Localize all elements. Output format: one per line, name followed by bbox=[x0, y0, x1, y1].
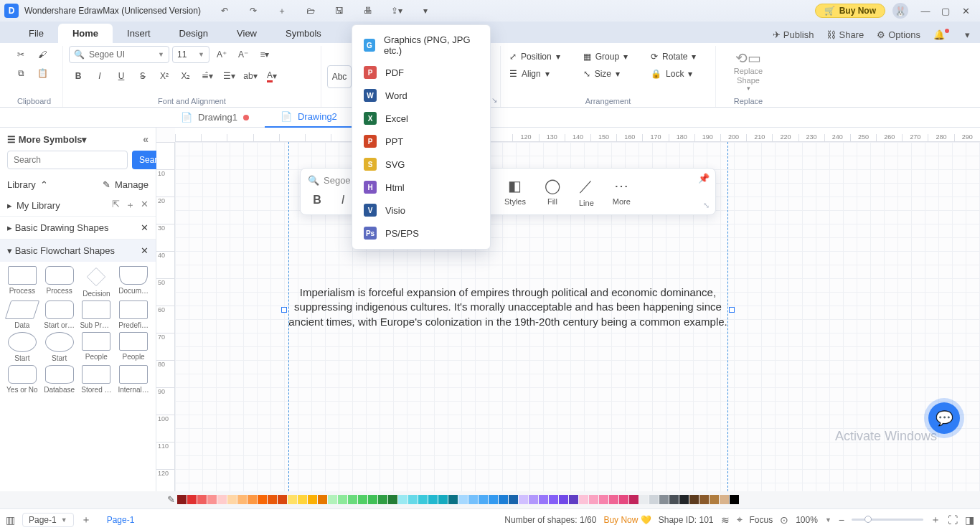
window-maximize[interactable]: ▢ bbox=[936, 6, 956, 16]
color-swatch[interactable] bbox=[569, 495, 578, 504]
color-swatch[interactable] bbox=[358, 495, 367, 504]
font-family-select[interactable]: 🔍 Segoe UI▼ bbox=[69, 46, 169, 63]
export-item-html[interactable]: HHtml bbox=[352, 176, 490, 199]
shape-start[interactable]: Start bbox=[4, 332, 40, 362]
color-swatch[interactable] bbox=[258, 495, 267, 504]
lock-button[interactable]: 🔒 Lock▾ bbox=[648, 66, 699, 82]
ctx-more[interactable]: ⋯More bbox=[608, 177, 635, 206]
chat-fab[interactable]: 💬 bbox=[928, 402, 960, 434]
color-swatch[interactable] bbox=[479, 495, 488, 504]
library-toggle[interactable]: Library ⌃ bbox=[7, 179, 48, 190]
shape-internal-[interactable]: Internal… bbox=[116, 365, 151, 394]
shape-people[interactable]: People bbox=[79, 332, 115, 362]
export-icon[interactable]: ⇪▾ bbox=[387, 2, 406, 19]
replace-shape-button[interactable]: ⟲▭ Replace Shape ▾ bbox=[723, 49, 773, 91]
notifications-button[interactable]: 🔔 bbox=[929, 27, 956, 43]
color-swatch[interactable] bbox=[659, 495, 669, 504]
zoom-fit-icon[interactable]: ⊙ bbox=[780, 514, 788, 526]
handle-right[interactable] bbox=[729, 307, 735, 313]
tab-design[interactable]: Design bbox=[165, 24, 222, 43]
font-size-select[interactable]: 11▼ bbox=[172, 46, 209, 63]
buy-now-button[interactable]: 🛒 Buy Now bbox=[815, 4, 885, 18]
canvas[interactable]: 1201301401501601701801902002102202302402… bbox=[156, 128, 980, 491]
print-icon[interactable]: 🖶 bbox=[359, 2, 377, 19]
shape-decision[interactable]: Decision bbox=[79, 266, 115, 298]
superscript-icon[interactable]: X² bbox=[155, 67, 174, 85]
focus-label[interactable]: Focus bbox=[750, 515, 773, 525]
highlight-icon[interactable]: ab▾ bbox=[241, 67, 260, 85]
cat-1-close-icon[interactable]: ✕ bbox=[141, 245, 149, 256]
italic-icon[interactable]: I bbox=[90, 67, 109, 85]
shape-process[interactable]: Process bbox=[4, 266, 40, 298]
align-menu-icon[interactable]: ≡▾ bbox=[255, 46, 274, 63]
position-button[interactable]: ⤢ Position▾ bbox=[507, 49, 563, 65]
group-button[interactable]: ▦ Group▾ bbox=[580, 49, 631, 65]
styles-launcher-icon[interactable]: ↘ bbox=[491, 96, 497, 104]
color-swatch[interactable] bbox=[509, 495, 518, 504]
fullscreen-icon[interactable]: ⛶ bbox=[948, 514, 958, 526]
color-swatch[interactable] bbox=[318, 495, 327, 504]
bold-icon[interactable]: B bbox=[69, 67, 88, 85]
avatar[interactable]: 🐰 bbox=[892, 3, 908, 19]
shape-yes-or-no[interactable]: Yes or No bbox=[4, 365, 40, 394]
color-swatch[interactable] bbox=[679, 495, 689, 504]
color-swatch[interactable] bbox=[730, 495, 739, 504]
color-swatch[interactable] bbox=[388, 495, 397, 504]
zoom-value[interactable]: 100% bbox=[796, 515, 818, 525]
color-swatch[interactable] bbox=[649, 495, 659, 504]
zoom-knob[interactable] bbox=[864, 516, 872, 523]
rotate-button[interactable]: ⟳ Rotate▾ bbox=[648, 49, 699, 65]
color-swatch[interactable] bbox=[669, 495, 679, 504]
color-swatch[interactable] bbox=[720, 495, 729, 504]
bullets-icon[interactable]: ☰▾ bbox=[220, 67, 238, 85]
mylib-add-icon[interactable]: ＋ bbox=[126, 199, 135, 212]
ctx-resize-icon[interactable]: ⤡ bbox=[703, 201, 710, 210]
ctx-line[interactable]: ／Line bbox=[575, 176, 598, 207]
color-swatch[interactable] bbox=[629, 495, 639, 504]
color-swatch[interactable] bbox=[348, 495, 357, 504]
color-swatch[interactable] bbox=[378, 495, 387, 504]
color-swatch[interactable] bbox=[328, 495, 337, 504]
status-buy-now[interactable]: Buy Now 💛 bbox=[603, 515, 651, 525]
add-page-icon[interactable]: ＋ bbox=[81, 514, 91, 526]
color-swatch[interactable] bbox=[398, 495, 407, 504]
align-button[interactable]: ☰ Align▾ bbox=[507, 66, 563, 82]
grow-font-icon[interactable]: A⁺ bbox=[212, 46, 231, 63]
eyedropper-icon[interactable]: ✎ bbox=[165, 494, 176, 505]
window-minimize[interactable]: — bbox=[915, 6, 936, 16]
color-swatch[interactable] bbox=[539, 495, 548, 504]
color-swatch[interactable] bbox=[207, 495, 217, 504]
page-selector[interactable]: Page-1 ▼ bbox=[22, 513, 74, 527]
export-item-svg[interactable]: SSVG bbox=[352, 153, 490, 176]
selected-text-shape[interactable]: Imperialism is forceful expansion of emp… bbox=[286, 285, 730, 329]
color-swatch[interactable] bbox=[619, 495, 628, 504]
color-swatch[interactable] bbox=[248, 495, 257, 504]
color-swatch[interactable] bbox=[187, 495, 197, 504]
export-item-excel[interactable]: XExcel bbox=[352, 107, 490, 130]
export-item-ps-eps[interactable]: PsPS/EPS bbox=[352, 222, 490, 245]
color-swatch[interactable] bbox=[710, 495, 719, 504]
shape-data[interactable]: Data bbox=[4, 301, 40, 329]
zoom-slider[interactable] bbox=[852, 519, 923, 521]
font-color-icon[interactable]: A▾ bbox=[263, 67, 281, 85]
color-swatch[interactable] bbox=[428, 495, 438, 504]
color-swatch[interactable] bbox=[489, 495, 498, 504]
color-swatch[interactable] bbox=[288, 495, 297, 504]
color-swatch[interactable] bbox=[237, 495, 247, 504]
tab-symbols[interactable]: Symbols bbox=[271, 24, 336, 43]
color-swatch[interactable] bbox=[368, 495, 377, 504]
options-button[interactable]: ⚙ Options bbox=[872, 27, 925, 43]
export-item-word[interactable]: WWord bbox=[352, 84, 490, 107]
color-swatch[interactable] bbox=[227, 495, 237, 504]
page-tab-current[interactable]: Page-1 bbox=[107, 515, 135, 525]
doc-tab-drawing2[interactable]: 📄 Drawing2 bbox=[265, 108, 353, 128]
strike-icon[interactable]: S̶ bbox=[133, 67, 152, 85]
color-swatch[interactable] bbox=[519, 495, 528, 504]
color-swatch[interactable] bbox=[458, 495, 468, 504]
color-swatch[interactable] bbox=[308, 495, 317, 504]
style-preset-1[interactable]: Abc bbox=[327, 65, 352, 88]
page-layout-icon[interactable]: ▥ bbox=[6, 514, 15, 526]
panel-toggle-icon[interactable]: ◨ bbox=[965, 514, 974, 526]
export-item-graphics-png-jpg-etc-[interactable]: GGraphics (PNG, JPG etc.) bbox=[352, 29, 490, 61]
subscript-icon[interactable]: X₂ bbox=[176, 67, 195, 85]
